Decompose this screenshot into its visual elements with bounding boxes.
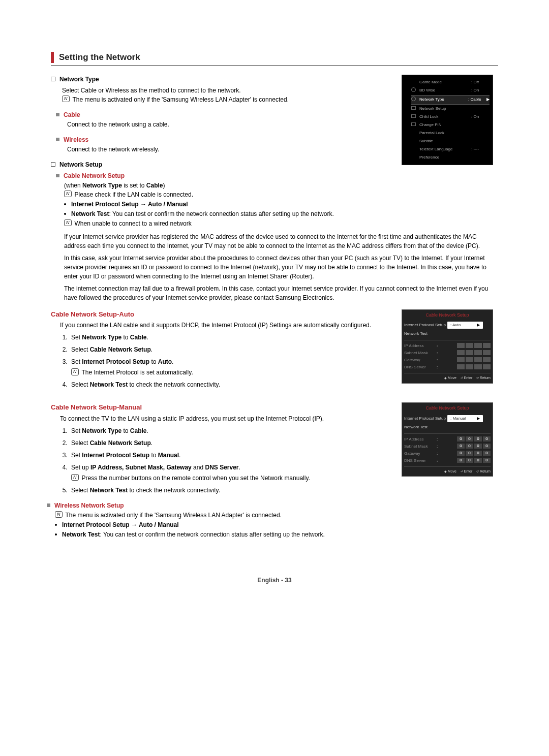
popup-field-row: Gateway:0000	[404, 450, 491, 457]
menu-row: Change PIN	[411, 121, 490, 129]
note-icon: N	[71, 474, 79, 481]
dot-icon	[64, 203, 66, 205]
item-wireless-text: Connect to the network wirelessly.	[67, 145, 391, 154]
tv-osd-menu: Game Mode: Off BD Wise: On Network Type:…	[402, 75, 493, 165]
popup-field-row: DNS Server:	[404, 364, 491, 371]
network-type-note: N The menu is activated only if the 'Sam…	[62, 95, 391, 104]
note-icon: N	[71, 368, 79, 375]
menu-row: BD Wise: On	[411, 86, 490, 95]
menu-row: Child Lock: On	[411, 113, 490, 121]
menu-row: Teletext Language: ----	[411, 145, 490, 153]
item-wireless: Wireless	[56, 135, 391, 144]
item-label: Wireless Network Setup	[54, 501, 124, 510]
cable-ntest-line: Network Test: You can test or confirm th…	[64, 209, 498, 218]
heading-cns-manual: Cable Network Setup-Manual	[51, 402, 391, 413]
list-item: Select Network Test to check the network…	[69, 486, 391, 495]
page-footer: English - 33	[51, 576, 498, 585]
item-label: Wireless	[64, 135, 88, 144]
item-label: Cable Network Setup	[64, 171, 125, 180]
popup-footer: Move Enter Return	[404, 373, 491, 381]
popup-ips-row: Internet Protocol Setup : Auto▶	[404, 321, 491, 330]
heading-cns-auto: Cable Network Setup-Auto	[51, 309, 391, 320]
popup-field-row: IP Address:	[404, 342, 491, 350]
item-label: Cable	[64, 110, 80, 119]
list-item: Set up IP Address, Subnet Mask, Gateway …	[69, 463, 391, 483]
square-bullet-icon	[51, 77, 55, 81]
note-icon: N	[64, 191, 72, 198]
item-wireless-network-setup: Wireless Network Setup	[47, 501, 391, 510]
cable-paragraph: The internet connection may fail due to …	[64, 284, 498, 302]
popup-ntest-row: Network Test	[404, 423, 491, 431]
cns-auto-intro: If you connect the LAN cable and it supp…	[60, 321, 391, 330]
section-header: Setting the Network	[51, 51, 498, 66]
small-square-icon	[56, 138, 59, 141]
heading-network-setup: Network Setup	[51, 160, 391, 169]
popup-title: Cable Network Setup	[404, 312, 491, 319]
note-icon: N	[64, 219, 72, 227]
small-square-icon	[56, 174, 59, 177]
cns-popup-auto: Cable Network Setup Internet Protocol Se…	[402, 309, 493, 384]
small-square-icon	[56, 113, 59, 116]
rect-icon	[411, 122, 416, 126]
list-item: Select Network Test to check the network…	[69, 380, 391, 389]
cable-paragraph: If your Internet service provider has re…	[64, 232, 498, 250]
cns-auto-steps: Set Network Type to Cable. Select Cable …	[69, 333, 391, 389]
list-item: Set Network Type to Cable.	[69, 333, 391, 342]
square-bullet-icon	[51, 162, 55, 167]
rect-icon	[411, 106, 416, 110]
menu-row: Parental Lock	[411, 129, 490, 137]
cable-paragraph: In this case, ask your Internet service …	[64, 254, 498, 281]
dot-icon	[55, 533, 57, 536]
popup-ips-row: Internet Protocol Setup : Manual▶	[404, 414, 491, 423]
heading-network-type: Network Type	[51, 75, 391, 84]
menu-row: Network Setup	[411, 105, 490, 113]
cable-note-unable: N When unable to connect to a wired netw…	[64, 219, 498, 228]
heading-text: Network Setup	[59, 160, 102, 169]
wireless-ntest-line: Network Test: You can test or confirm th…	[55, 530, 391, 539]
item-cable: Cable	[56, 110, 391, 119]
note-text: The menu is activated only if the 'Samsu…	[73, 95, 289, 104]
dot-icon	[55, 524, 57, 526]
cable-note-lan: N Please check if the LAN cable is conne…	[64, 190, 498, 199]
menu-row-highlight: Network Type: Cable▶	[411, 95, 490, 105]
popup-field-row: DNS Server:0000	[404, 457, 491, 464]
popup-footer: Move Enter Return	[404, 466, 491, 475]
section-title: Setting the Network	[59, 51, 498, 64]
dot-icon	[64, 213, 66, 215]
gear-icon	[411, 97, 416, 101]
menu-row: Game Mode: Off	[411, 78, 490, 86]
wireless-ips-line: Internet Protocol Setup → Auto / Manual	[55, 520, 391, 529]
item-cable-network-setup: Cable Network Setup	[56, 171, 498, 180]
popup-ntest-row: Network Test	[404, 330, 491, 338]
chevron-right-icon: ▶	[477, 416, 480, 422]
chevron-right-icon: ▶	[486, 97, 490, 103]
chevron-right-icon: ▶	[477, 322, 480, 328]
popup-title: Cable Network Setup	[404, 405, 491, 412]
popup-field-row: Subnet Mask:0000	[404, 443, 491, 450]
menu-row: Preference	[411, 153, 490, 162]
small-square-icon	[47, 503, 50, 507]
list-item: Select Cable Network Setup.	[69, 438, 391, 448]
note-icon: N	[55, 511, 63, 518]
cable-ips-line: Internet Protocol Setup → Auto / Manual	[64, 200, 498, 209]
list-item: Set Network Type to Cable.	[69, 426, 391, 435]
cns-popup-manual: Cable Network Setup Internet Protocol Se…	[402, 402, 493, 477]
cns-manual-intro: To connect the TV to the LAN using a sta…	[60, 414, 391, 423]
list-item: Set Internet Protocol Setup to Manual.	[69, 451, 391, 460]
heading-text: Network Type	[59, 75, 99, 84]
list-item: Select Cable Network Setup.	[69, 345, 391, 354]
cns-manual-steps: Set Network Type to Cable. Select Cable …	[69, 426, 391, 495]
menu-row: Subtitle	[411, 137, 490, 145]
network-type-desc: Select Cable or Wireless as the method t…	[62, 86, 391, 95]
gear-icon	[411, 87, 416, 92]
popup-field-row: Subnet Mask:	[404, 350, 491, 357]
wireless-note: N The menu is activated only if the 'Sam…	[55, 511, 391, 520]
note-icon: N	[62, 96, 70, 103]
header-accent-bar	[51, 52, 54, 63]
list-item: Set Internet Protocol Setup to Auto. NTh…	[69, 357, 391, 377]
cable-when-line: (when Network Type is set to Cable)	[64, 181, 498, 190]
rect-icon	[411, 114, 416, 118]
popup-field-row: Gateway:	[404, 357, 491, 364]
item-cable-text: Connect to the network using a cable.	[67, 120, 391, 129]
popup-field-row: IP Address:0000	[404, 436, 491, 443]
